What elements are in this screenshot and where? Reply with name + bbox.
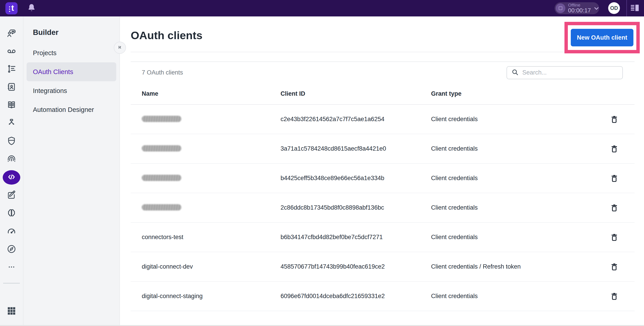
rail-item-fingerprint[interactable]: [0, 150, 23, 168]
rail-divider: [3, 283, 20, 284]
rail-item-flow-list[interactable]: [0, 60, 23, 78]
gauge-icon: [6, 226, 17, 237]
delete-client-button[interactable]: [608, 172, 620, 184]
icon-rail: [0, 16, 24, 326]
grant-type-cell: Client credentials: [420, 234, 594, 241]
flow-list-icon: [6, 64, 17, 75]
code-builder-active-bubble: [3, 170, 20, 185]
topbar-divider: [626, 0, 627, 16]
header-name: Name: [131, 90, 270, 97]
rail-item-agent-chat[interactable]: [0, 24, 23, 42]
grant-type-cell: Client credentials: [420, 204, 594, 211]
user-avatar[interactable]: OD: [608, 2, 620, 14]
compose-icon: [6, 190, 17, 201]
client-count-label: 7 OAuth clients: [131, 69, 183, 76]
tray-logo-letter: t: [11, 4, 14, 12]
search-box: [506, 66, 623, 79]
contacts-icon: [6, 82, 17, 93]
table-row[interactable]: c2e43b3f22614562a7c7f7c5ae1a6254 Client …: [131, 105, 634, 134]
rail-item-usage-gauge[interactable]: [0, 222, 23, 241]
client-name-cell: digital-connect-dev: [131, 263, 270, 270]
client-name-cell: connectors-test: [131, 234, 270, 241]
builder-sidebar: Builder Projects OAuth Clients Integrati…: [24, 16, 120, 326]
table-toolbar: 7 OAuth clients: [131, 62, 634, 83]
sidebar-title: Builder: [33, 28, 120, 37]
chevron-down-icon: [593, 5, 600, 12]
redacted-name: [142, 204, 182, 211]
table-row[interactable]: connectors-test b6b34147cfbd4d82bef0be7c…: [131, 223, 634, 252]
annotation-highlight-box: New OAuth client: [564, 22, 640, 53]
sidebar-item-projects[interactable]: Projects: [26, 43, 116, 62]
sidebar-item-automation-designer[interactable]: Automation Designer: [26, 100, 116, 119]
sidebar-item-integrations[interactable]: Integrations: [26, 81, 116, 100]
title-divider: [131, 52, 634, 52]
rail-item-brain[interactable]: [0, 204, 23, 222]
table-row[interactable]: digital-connect-staging 6096e67fd0014dce…: [131, 282, 634, 311]
grant-type-cell: Client credentials: [420, 145, 594, 152]
client-id-cell: 3a71a1c5784248cd8615aecf8a4421e0: [270, 145, 420, 152]
client-name-cell: digital-connect-staging: [131, 293, 270, 300]
rail-item-router-split[interactable]: [0, 114, 23, 132]
client-id-cell: b4425ceff5b348ce89e66ec56a1e334b: [270, 175, 420, 182]
status-timer: 00:00:17: [568, 7, 591, 13]
rail-item-compass[interactable]: [0, 241, 23, 259]
rail-item-voicemail[interactable]: [0, 42, 23, 60]
rail-item-shield[interactable]: [0, 132, 23, 150]
table-row[interactable]: digital-connect-dev 458570677bf14743b99b…: [131, 252, 634, 282]
new-oauth-client-button[interactable]: New OAuth client: [571, 29, 634, 46]
table-row[interactable]: b4425ceff5b348ce89e66ec56a1e334b Client …: [131, 164, 634, 193]
side-panel-toggle[interactable]: [630, 3, 640, 13]
search-icon: [511, 68, 519, 77]
header-grant-type: Grant type: [420, 90, 594, 97]
delete-client-button[interactable]: [608, 202, 620, 214]
sidebar-menu: Projects OAuth Clients Integrations Auto…: [24, 43, 120, 119]
split-arrows-icon: [6, 118, 17, 129]
redacted-name: [142, 175, 182, 181]
tray-logo-dots-icon: [9, 6, 10, 12]
client-id-cell: 6096e67fd0014dceba6dfc21659331e2: [270, 293, 420, 300]
stop-icon: [556, 3, 565, 13]
tray-logo[interactable]: t: [6, 2, 18, 14]
table-row[interactable]: 3a71a1c5784248cd8615aecf8a4421e0 Client …: [131, 134, 634, 164]
main-content: OAuth clients New OAuth client 7 OAuth c…: [120, 16, 644, 326]
delete-client-button[interactable]: [608, 291, 620, 302]
table-row[interactable]: 2c86ddc8b17345bd8f0c8898abf136bc Client …: [131, 193, 634, 223]
collapse-left-icon: [117, 44, 122, 51]
delete-client-button[interactable]: [608, 113, 620, 125]
rail-item-contacts[interactable]: [0, 78, 23, 96]
delete-client-button[interactable]: [608, 261, 620, 273]
code-icon: [6, 172, 16, 183]
rail-item-code-builder[interactable]: [0, 168, 23, 186]
agent-chat-icon: [6, 28, 17, 39]
more-ellipsis-icon: [7, 262, 16, 273]
grant-type-cell: Client credentials: [420, 293, 594, 300]
notifications-button[interactable]: [26, 3, 37, 14]
open-book-icon: [6, 100, 17, 111]
brain-icon: [6, 208, 17, 219]
status-label: Offline: [568, 3, 591, 7]
delete-client-button[interactable]: [608, 143, 620, 155]
voicemail-icon: [6, 46, 17, 57]
topbar: t Offline 00:00:17 OD: [0, 0, 644, 16]
search-input[interactable]: [522, 69, 618, 76]
client-id-cell: c2e43b3f22614562a7c7f7c5ae1a6254: [270, 116, 420, 123]
rail-item-apps-grid[interactable]: [6, 306, 17, 317]
sidebar-collapse-button[interactable]: [114, 42, 126, 54]
page-title: OAuth clients: [131, 29, 202, 42]
connection-status-pill[interactable]: Offline 00:00:17: [554, 2, 599, 14]
delete-client-button[interactable]: [608, 231, 620, 243]
window-bottom-edge: [0, 325, 644, 326]
oauth-clients-table: Name Client ID Grant type c2e43b3f226145…: [131, 83, 634, 311]
rail-item-more[interactable]: [0, 259, 23, 277]
header-client-id: Client ID: [270, 90, 420, 97]
apps-grid-icon: [6, 306, 17, 317]
rail-item-knowledge-book[interactable]: [0, 96, 23, 114]
compass-icon: [6, 244, 17, 255]
sidebar-item-oauth-clients[interactable]: OAuth Clients: [26, 62, 116, 81]
grant-type-cell: Client credentials / Refresh token: [420, 263, 594, 270]
redacted-name: [142, 145, 182, 152]
panel-right-icon: [630, 3, 640, 13]
shield-icon: [6, 136, 17, 147]
rail-item-compose[interactable]: [0, 186, 23, 204]
app-window: t Offline 00:00:17 OD: [0, 0, 644, 326]
